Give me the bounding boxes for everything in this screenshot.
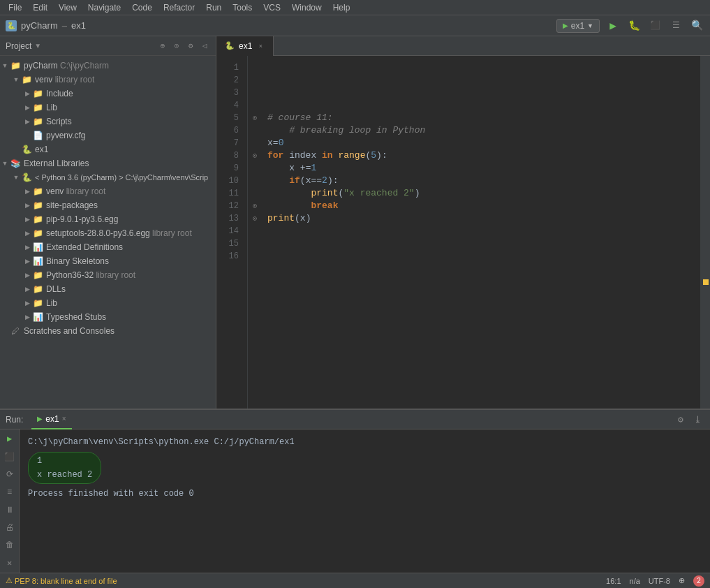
code-line-3 [267,87,695,99]
run-tab-close[interactable]: × [62,415,66,422]
app-title: pyCharm [21,20,58,31]
tree-item-scratches[interactable]: ▶ 🖊 Scratches and Consoles [0,324,216,338]
lib-icon: 📁 [32,102,43,113]
tab-ex1[interactable]: 🐍 ex1 × [216,36,274,56]
sidebar-actions: ⊕ ⊙ ⚙ ◁ [157,41,210,52]
console-clear-btn[interactable]: 🗑 [3,538,17,552]
tree-item-pip[interactable]: ▶ 📁 pip-9.0.1-py3.6.egg [0,212,216,226]
binary-icon: 📊 [32,256,43,267]
menu-window[interactable]: Window [286,1,327,14]
menu-vcs[interactable]: VCS [258,1,286,14]
tree-item-venv2[interactable]: ▶ 📁 venv library root [0,184,216,198]
tree-item-lib[interactable]: ▶ 📁 Lib [0,101,216,115]
console-close-btn[interactable]: ✕ [3,557,17,570]
sidebar-action-1[interactable]: ⊕ [157,41,168,52]
pyvenv-icon: 📄 [32,130,43,141]
right-margin [700,56,710,409]
python36-label: < Python 3.6 (pyCharm) > C:\j\pyCharm\ve… [35,173,208,182]
tree-arrow-typeshed: ▶ [22,312,32,322]
menu-file[interactable]: File [3,1,27,14]
menu-refactor[interactable]: Refactor [158,1,200,14]
sidebar-action-2[interactable]: ⊙ [171,41,182,52]
tree-item-ex1[interactable]: ▶ 🐍 ex1 [0,142,216,156]
python36-icon: 🐍 [21,172,32,183]
search-button[interactable]: 🔍 [689,18,704,34]
sidebar-action-3[interactable]: ⚙ [185,41,196,52]
coverage-button[interactable]: ☰ [668,18,683,34]
code-content[interactable]: # course 11: # breaking loop in Python x… [262,56,700,409]
tree-arrow-python3632: ▶ [22,270,32,280]
pyvenv-label: pyvenv.cfg [46,131,85,140]
tab-close-btn[interactable]: × [256,42,265,50]
project-dropdown[interactable]: ▼ [34,42,41,50]
run-button[interactable]: ▶ [605,18,621,34]
menu-code[interactable]: Code [126,1,158,14]
tree-item-typeshed[interactable]: ▶ 📊 Typeshed Stubs [0,310,216,324]
tree-arrow-site: ▶ [22,200,32,210]
sidebar-title: Project ▼ [6,41,41,51]
menu-edit[interactable]: Edit [27,1,53,14]
run-tab[interactable]: ▶ ex1 × [31,410,71,429]
menu-view[interactable]: View [53,1,82,14]
ex1-icon: 🐍 [21,144,32,155]
run-config-selector[interactable]: ▶ ex1 ▼ [556,19,600,33]
main-content: Project ▼ ⊕ ⊙ ⚙ ◁ ▼ 📁 pyCharm C:\j\pyCha… [0,36,710,409]
panel-settings-btn[interactable]: ⚙ [674,413,688,427]
console-sidebar: ▶ ⬛ ⟳ ≡ ⏸ 🖨 🗑 ✕ [0,429,20,573]
tree-label: pyCharm C:\j\pyCharm [24,61,109,71]
tree-arrow-include: ▶ [22,89,32,98]
warning-icon: ⚠ [6,576,13,585]
run-config-arrow: ▼ [587,22,593,29]
console-restart-btn[interactable]: ⟳ [3,468,17,481]
tree-item-binary[interactable]: ▶ 📊 Binary Skeletons [0,254,216,268]
process-status: Process finished with exit code 0 [28,487,702,501]
python3632-icon: 📁 [32,270,43,281]
tree-item-dlls[interactable]: ▶ 📁 DLLs [0,282,216,296]
scripts-label: Scripts [46,117,72,126]
menu-run[interactable]: Run [200,1,227,14]
tree-arrow-lib: ▶ [22,103,32,112]
console-run-btn[interactable]: ▶ [3,432,17,446]
code-line-12: break [267,200,695,212]
tree-arrow-scripts: ▶ [22,117,32,126]
extdefs-label: Extended Definitions [46,242,123,252]
tree-item-pycharm[interactable]: ▼ 📁 pyCharm C:\j\pyCharm [0,59,216,73]
project-tree: ▼ 📁 pyCharm C:\j\pyCharm ▼ 📁 venv librar… [0,56,216,409]
margin-indicator [703,279,709,285]
site-label: site-packages [46,200,98,210]
tree-item-python3632[interactable]: ▶ 📁 Python36-32 library root [0,268,216,282]
sidebar-action-4[interactable]: ◁ [199,41,210,52]
errors-badge[interactable]: 2 [693,575,704,587]
stop-button[interactable]: ⬛ [647,18,663,34]
tree-item-scripts[interactable]: ▶ 📁 Scripts [0,115,216,128]
console-print-btn[interactable]: 🖨 [3,521,17,534]
tree-item-include[interactable]: ▶ 📁 Include [0,87,216,101]
debug-button[interactable]: 🐛 [626,18,642,34]
tree-item-pyvenv[interactable]: ▶ 📄 pyvenv.cfg [0,128,216,142]
tree-item-extdefs[interactable]: ▶ 📊 Extended Definitions [0,240,216,254]
console-stop-btn[interactable]: ⬛ [3,450,17,463]
console-scroll-btn[interactable]: ≡ [3,485,17,499]
tree-item-lib2[interactable]: ▶ 📁 Lib [0,296,216,310]
pip-label: pip-9.0.1-py3.6.egg [46,214,118,224]
tree-item-python36[interactable]: ▼ 🐍 < Python 3.6 (pyCharm) > C:\j\pyChar… [0,170,216,184]
console-pause-btn[interactable]: ⏸ [3,504,17,517]
status-warning: ⚠ PEP 8: blank line at end of file [6,576,117,585]
separator: – [62,20,67,31]
sidebar: Project ▼ ⊕ ⊙ ⚙ ◁ ▼ 📁 pyCharm C:\j\pyCha… [0,36,216,409]
menu-help[interactable]: Help [327,1,356,14]
tree-item-site[interactable]: ▶ 📁 site-packages [0,198,216,212]
tree-item-setuptools[interactable]: ▶ 📁 setuptools-28.8.0-py3.6.egg library … [0,226,216,240]
tree-item-venv[interactable]: ▼ 📁 venv library root [0,73,216,87]
project-label: Project [6,41,31,51]
python3632-label: Python36-32 library root [46,270,135,280]
menu-tools[interactable]: Tools [227,1,258,14]
lib-label: Lib [46,103,57,112]
code-line-6: # breaking loop in Python [267,124,695,137]
tree-item-extlibs[interactable]: ▼ 📚 External Libraries [0,156,216,170]
menu-navigate[interactable]: Navigate [82,1,126,14]
code-editor[interactable]: 1 2 3 4 5 6 7 8 9 10 11 12 13 14 15 16 [216,56,710,409]
lib2-label: Lib [46,298,57,308]
tab-bar: 🐍 ex1 × [216,36,710,56]
panel-dump-btn[interactable]: ⤓ [690,413,704,427]
